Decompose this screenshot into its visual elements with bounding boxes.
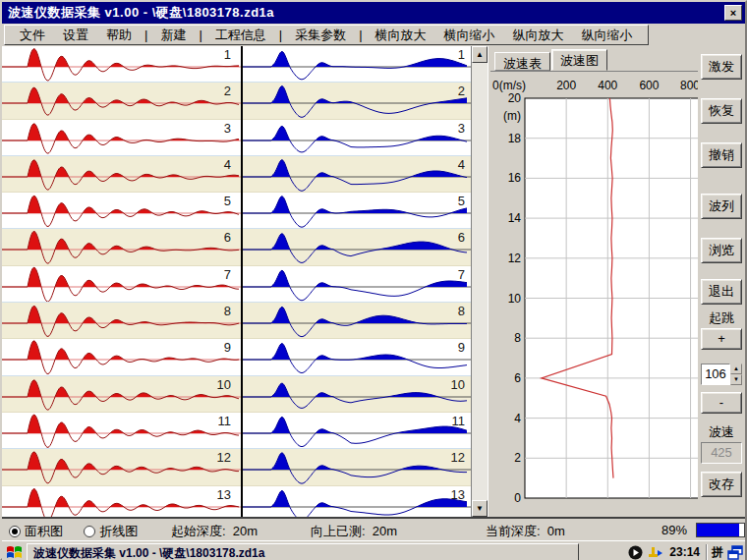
spinner-down-icon[interactable]: ▼	[730, 374, 742, 385]
close-button[interactable]: ×	[724, 5, 742, 21]
menu-separator: |	[141, 28, 151, 42]
spinner-arrows[interactable]: ▲ ▼	[730, 364, 742, 385]
wave-train-button[interactable]: 波列	[701, 194, 742, 219]
window-title: 波速仪数据采集 v1.00 - \硬盘\1803178.zd1a	[8, 4, 274, 22]
exit-button[interactable]: 退出	[701, 279, 742, 305]
jump-value-spinner[interactable]: 106 ▲ ▼	[701, 364, 742, 385]
trace-row-left-10[interactable]: 10	[2, 376, 241, 413]
trace-row-mid-6[interactable]: 6	[243, 229, 471, 265]
clock[interactable]: 23:14	[667, 545, 702, 559]
trace-row-mid-13[interactable]: 13	[243, 486, 471, 517]
trace-row-mid-9[interactable]: 9	[243, 339, 471, 375]
tab-velocity-graph[interactable]: 波速图	[551, 49, 607, 71]
area-chart-radio[interactable]	[9, 526, 21, 537]
app-taskbar-button[interactable]: 波速仪数据采集 v1.00 - \硬盘\1803178.zd1a	[27, 543, 579, 560]
trace-row-mid-10[interactable]: 10	[243, 376, 471, 413]
trace-row-mid-11[interactable]: 11	[243, 413, 471, 449]
trace-row-left-1[interactable]: 1	[2, 46, 241, 83]
measured-label: 向上已测:	[311, 524, 366, 538]
red-waveform	[2, 413, 241, 449]
trace-number: 11	[217, 414, 231, 428]
battery-progress-bar	[696, 523, 745, 537]
trace-row-mid-7[interactable]: 7	[243, 266, 471, 303]
connection-tray-icon[interactable]	[647, 545, 663, 560]
jump-plus-button[interactable]: +	[701, 328, 742, 350]
scroll-down-icon[interactable]: ▼	[472, 500, 488, 517]
trace-number: 7	[224, 267, 231, 282]
blue-waveform	[243, 339, 471, 375]
start-depth-value: 20m	[233, 524, 258, 538]
current-depth-value: 0m	[547, 524, 565, 538]
trace-row-left-6[interactable]: 6	[2, 229, 241, 265]
menu-item-settings[interactable]: 设置	[54, 25, 97, 46]
trace-row-left-5[interactable]: 5	[2, 193, 241, 229]
start-menu-icon[interactable]	[6, 544, 23, 560]
trace-row-mid-3[interactable]: 3	[243, 120, 471, 156]
measured-group: 向上已测: 20m	[311, 523, 397, 540]
menu-item-v-zoom-out[interactable]: 纵向缩小	[573, 25, 642, 46]
trace-row-left-9[interactable]: 9	[2, 339, 241, 375]
red-waveform	[2, 83, 241, 119]
blue-waveform	[243, 46, 471, 83]
red-waveform	[2, 229, 241, 265]
trace-row-mid-8[interactable]: 8	[243, 303, 471, 339]
undo-button[interactable]: 撤销	[701, 142, 742, 168]
trace-row-left-8[interactable]: 8	[2, 303, 241, 339]
tab-velocity-table[interactable]: 波速表	[494, 52, 550, 71]
menu-item-new[interactable]: 新建	[151, 25, 195, 46]
trace-row-left-2[interactable]: 2	[2, 83, 241, 119]
trace-row-mid-4[interactable]: 4	[243, 156, 471, 193]
trace-row-left-11[interactable]: 11	[2, 413, 241, 449]
fire-button[interactable]: 激发	[701, 54, 742, 80]
chart-canvas: 0(m/s)20040060080020181614121086420(m)	[490, 72, 699, 516]
desktop-switch-icon[interactable]	[727, 545, 743, 560]
scroll-up-icon[interactable]: ▲	[472, 46, 488, 63]
trace-row-left-12[interactable]: 12	[2, 449, 241, 485]
trace-row-left-3[interactable]: 3	[2, 120, 241, 156]
vertical-scrollbar[interactable]: ▲ ▼	[471, 46, 488, 517]
trace-row-mid-12[interactable]: 12	[243, 449, 471, 485]
svg-text:400: 400	[598, 79, 617, 92]
svg-text:600: 600	[639, 79, 659, 92]
os-taskbar: 波速仪数据采集 v1.00 - \硬盘\1803178.zd1a 23:14 拼	[2, 540, 745, 560]
menu-item-v-zoom-in[interactable]: 纵向放大	[504, 25, 573, 46]
trace-row-left-13[interactable]: 13	[2, 486, 241, 517]
trace-row-left-4[interactable]: 4	[2, 156, 241, 193]
svg-text:16: 16	[508, 171, 522, 185]
menu-separator: |	[195, 28, 205, 42]
current-depth-group: 当前深度: 0m	[486, 523, 565, 540]
trace-row-mid-2[interactable]: 2	[243, 83, 471, 119]
left-waveform-panel: 12345678910111213	[2, 46, 243, 517]
measured-value: 20m	[373, 524, 397, 538]
menu-item-h-zoom-in[interactable]: 横向放大	[367, 25, 435, 46]
trace-row-left-7[interactable]: 7	[2, 266, 241, 303]
trace-number: 5	[224, 194, 231, 208]
menu-item-file[interactable]: 文件	[11, 25, 54, 46]
current-depth-label: 当前深度:	[486, 524, 541, 538]
line-chart-radio[interactable]	[84, 526, 95, 537]
blue-waveform	[243, 303, 471, 339]
menu-item-project-info[interactable]: 工程信息	[206, 25, 275, 46]
velocity-depth-chart: 0(m/s)20040060080020181614121086420(m)	[490, 71, 698, 516]
menu-item-help[interactable]: 帮助	[97, 25, 141, 46]
progress-fill	[697, 524, 739, 536]
start-depth-group: 起始深度: 20m	[171, 523, 258, 540]
svg-text:6: 6	[514, 371, 521, 385]
restore-button[interactable]: 恢复	[701, 98, 742, 124]
app-window: 波速仪数据采集 v1.00 - \硬盘\1803178.zd1a × 文件设置帮…	[0, 0, 747, 560]
browse-button[interactable]: 浏览	[701, 238, 742, 263]
menu-bar: 文件设置帮助|新建|工程信息|采集参数|横向放大横向缩小纵向放大纵向缩小	[2, 24, 745, 46]
save-button[interactable]: 改存	[701, 472, 742, 497]
red-waveform	[2, 120, 241, 156]
trace-row-mid-5[interactable]: 5	[243, 193, 471, 229]
trace-number: 12	[217, 450, 231, 465]
trace-row-mid-1[interactable]: 1	[243, 46, 471, 83]
menu-item-acquisition-params[interactable]: 采集参数	[286, 25, 355, 46]
player-tray-icon[interactable]	[628, 545, 643, 560]
jump-minus-button[interactable]: -	[701, 392, 742, 414]
trace-number: 8	[224, 304, 231, 318]
menu-item-h-zoom-out[interactable]: 横向缩小	[435, 25, 504, 46]
ime-indicator[interactable]: 拼	[712, 544, 723, 560]
spinner-up-icon[interactable]: ▲	[730, 364, 742, 374]
jump-value-field[interactable]: 106	[701, 364, 730, 385]
